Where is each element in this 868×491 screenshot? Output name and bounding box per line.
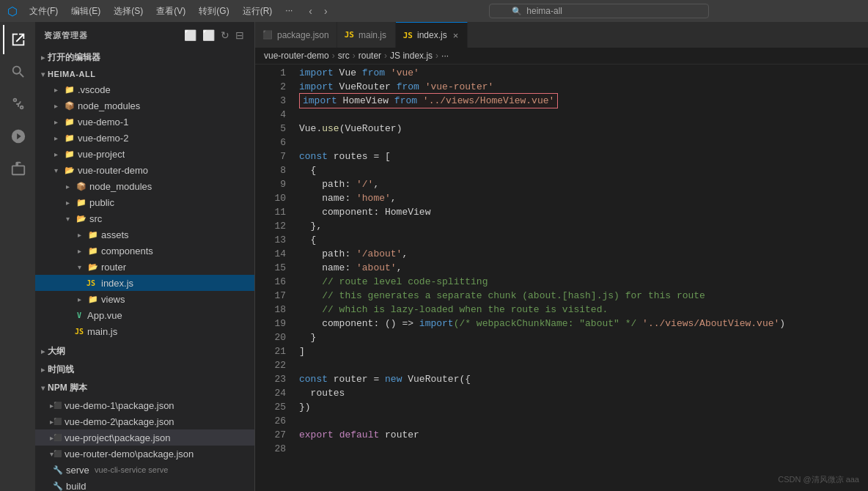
pkg-tab-label: package.json [277, 30, 329, 40]
open-editors-section[interactable]: 打开的编辑器 [35, 48, 254, 67]
titlebar: ⬡ 文件(F) 编辑(E) 选择(S) 查看(V) 转到(G) 运行(R) ··… [0, 0, 868, 22]
npm-section[interactable]: NPM 脚本 [35, 379, 254, 397]
npm2-icon: ⬛ [54, 418, 62, 425]
vue-demo1-chevron [50, 116, 62, 128]
tree-item-views[interactable]: 📁 views [35, 291, 254, 307]
breadcrumb-sep-3: › [384, 51, 387, 61]
npm-item-1[interactable]: ⬛ vue-demo-1\package.json [35, 397, 254, 413]
tree-item-public[interactable]: 📁 public [35, 194, 254, 210]
assets-label: assets [101, 229, 129, 240]
mainjs-icon: JS [73, 325, 85, 337]
source-control-icon[interactable] [3, 89, 32, 119]
run-debug-icon[interactable] [3, 122, 32, 151]
tree-item-vue-project[interactable]: 📁 vue-project [35, 146, 254, 162]
search-activity-icon[interactable] [3, 57, 32, 86]
code-line-5: Vue.use(VueRouter) [299, 122, 868, 136]
breadcrumb: vue-router-demo › src › router › JS inde… [255, 48, 868, 64]
tree-item-components[interactable]: 📁 components [35, 243, 254, 259]
indexjs-label: index.js [101, 278, 133, 289]
tree-item-router[interactable]: 📂 router [35, 259, 254, 275]
router-label: router [101, 262, 126, 273]
breadcrumb-1[interactable]: vue-router-demo [264, 51, 329, 61]
tab-package-json[interactable]: ⬛ package.json [255, 22, 337, 48]
tree-item-vue-demo-2[interactable]: 📁 vue-demo-2 [35, 130, 254, 146]
npm-item-2[interactable]: ⬛ vue-demo-2\package.json [35, 413, 254, 429]
tab-close-button[interactable]: × [452, 30, 460, 41]
code-line-25: }) [299, 400, 868, 414]
script-serve[interactable]: 🔧 serve vue-cli-service serve [35, 462, 254, 478]
menu-more[interactable]: ··· [279, 4, 298, 19]
node1-icon: 📦 [64, 100, 76, 111]
tree-item-appvue[interactable]: V App.vue [35, 307, 254, 323]
menu-edit[interactable]: 编辑(E) [65, 4, 106, 19]
forward-button[interactable]: › [320, 4, 332, 18]
tree-item-mainjs[interactable]: JS main.js [35, 323, 254, 339]
npm-item-3[interactable]: ⬛ vue-project\package.json [35, 429, 254, 446]
vscode-folder-icon: 📁 [64, 84, 76, 95]
views-chevron [73, 293, 85, 305]
extensions-icon[interactable] [3, 154, 32, 183]
code-line-28 [299, 442, 868, 456]
vue-demo2-chevron [50, 132, 62, 144]
tree-item-vscode[interactable]: 📁 .vscode [35, 81, 254, 97]
breadcrumb-sep-4: › [435, 51, 438, 61]
node1-chevron [50, 100, 62, 111]
tab-main-js[interactable]: JS main.js [337, 22, 396, 48]
sidebar-actions: ⬜ ⬜ ↻ ⊟ [183, 28, 246, 43]
breadcrumb-4[interactable]: JS index.js [390, 51, 433, 61]
new-folder-button[interactable]: ⬜ [201, 28, 216, 43]
open-editors-chevron [41, 53, 45, 62]
code-line-23: const router = new VueRouter({ [299, 372, 868, 386]
menu-view[interactable]: 查看(V) [150, 4, 191, 19]
tree-item-src[interactable]: 📂 src [35, 210, 254, 226]
node2-icon: 📦 [76, 180, 87, 192]
back-button[interactable]: ‹ [304, 4, 317, 18]
script-build[interactable]: 🔧 build [35, 478, 254, 491]
code-content[interactable]: import Vue from 'vue'import VueRouter fr… [292, 64, 868, 491]
code-line-24: routes [299, 386, 868, 400]
breadcrumb-2[interactable]: src [338, 51, 350, 61]
line-numbers: 1234567891011121314151617181920212223242… [255, 64, 292, 491]
tree-item-assets[interactable]: 📁 assets [35, 226, 254, 243]
sidebar-content: 打开的编辑器 HEIMA-ALL 📁 .vscode 📦 node_module… [35, 48, 254, 491]
tree-item-indexjs[interactable]: JS index.js [35, 275, 254, 291]
breadcrumb-3[interactable]: router [358, 51, 381, 61]
breadcrumb-5[interactable]: ··· [441, 51, 449, 61]
mainjs-tab-icon: JS [345, 30, 354, 40]
public-icon: 📁 [76, 196, 87, 208]
collapse-all-button[interactable]: ⊟ [234, 28, 246, 43]
menu-run[interactable]: 运行(R) [237, 4, 279, 19]
menu-file[interactable]: 文件(F) [23, 4, 64, 19]
npm-chevron [41, 384, 45, 392]
search-icon: 🔍 [512, 7, 522, 16]
tree-item-vue-demo-1[interactable]: 📁 vue-demo-1 [35, 114, 254, 130]
mainjs-tab-label: main.js [358, 30, 386, 40]
explorer-icon[interactable] [3, 25, 32, 54]
vue-project-chevron [50, 148, 62, 160]
menu-goto[interactable]: 转到(G) [193, 4, 235, 19]
tab-index-js[interactable]: JS index.js × [396, 22, 468, 48]
search-area: 🔍 heima-all [338, 4, 861, 18]
root-chevron [41, 70, 45, 78]
npm1-label: vue-demo-1\package.json [65, 400, 174, 411]
menu-select[interactable]: 选择(S) [108, 4, 149, 19]
timeline-section[interactable]: 时间线 [35, 361, 254, 379]
vue-project-icon: 📁 [64, 148, 76, 160]
npm-item-4[interactable]: ⬛ vue-router-demo\package.json [35, 446, 254, 462]
tree-item-node1[interactable]: 📦 node_modules [35, 97, 254, 114]
sidebar: 资源管理器 ⬜ ⬜ ↻ ⊟ 打开的编辑器 HEIMA-ALL 📁 [35, 22, 255, 491]
tree-item-vue-router-demo[interactable]: 📂 vue-router-demo [35, 162, 254, 178]
root-section[interactable]: HEIMA-ALL [35, 67, 254, 81]
pkg-tab-icon: ⬛ [262, 30, 273, 40]
public-chevron [62, 196, 73, 208]
refresh-button[interactable]: ↻ [219, 28, 231, 43]
search-box[interactable]: 🔍 heima-all [489, 4, 709, 18]
tree-item-node2[interactable]: 📦 node_modules [35, 178, 254, 194]
vue-project-label: vue-project [78, 149, 125, 160]
indexjs-icon: JS [85, 277, 97, 289]
vue-router-demo-label: vue-router-demo [78, 165, 148, 176]
outline-section[interactable]: 大纲 [35, 342, 254, 361]
code-line-4 [299, 108, 868, 122]
new-file-button[interactable]: ⬜ [183, 28, 198, 43]
code-line-6 [299, 136, 868, 149]
